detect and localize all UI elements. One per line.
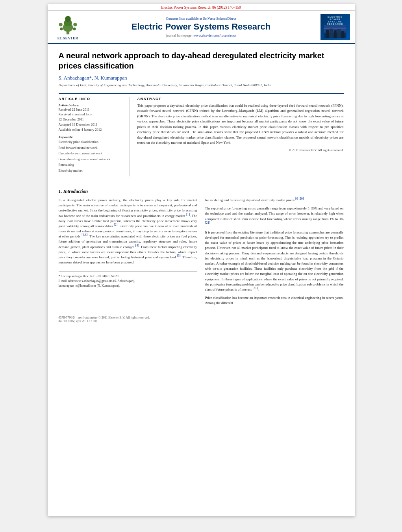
section1-title: 1. Introduction bbox=[59, 189, 344, 195]
body-col-right-text: for modeling and forecasting day-ahead e… bbox=[205, 198, 344, 203]
svg-rect-10 bbox=[326, 30, 329, 38]
keyword-1: Electricity price classification bbox=[59, 139, 124, 145]
keyword-3: Cascade-forward neural network bbox=[59, 150, 124, 156]
abstract-text: This paper proposes a day-ahead electric… bbox=[137, 103, 344, 146]
keyword-4: Generalized regression neural network bbox=[59, 156, 124, 162]
footer-issn: 0378-7796/$ – see front matter © 2011 El… bbox=[59, 316, 344, 319]
body-divider bbox=[59, 183, 344, 183]
ref-21b: [21] bbox=[252, 286, 258, 290]
sciverse-link[interactable]: Contents lists available at SciVerse Sci… bbox=[88, 17, 315, 20]
journal-logo-box: ELECTRIC POWER SYSTEMS RESEARCH bbox=[320, 14, 350, 40]
keywords-group: Keywords: Electricity price classificati… bbox=[59, 135, 124, 173]
elsevier-logo-area: ELSEVIER bbox=[52, 14, 84, 40]
abstract-header: ABSTRACT bbox=[137, 97, 344, 101]
info-section: ARTICLE INFO Article history: Received 2… bbox=[59, 93, 344, 176]
footnote-email1: E-mail addresses: s.anbazhagan@gmr.com (… bbox=[59, 279, 197, 284]
journal-homepage: journal homepage: www.elsevier.com/locat… bbox=[88, 33, 315, 37]
main-content: A neural network approach to day-ahead d… bbox=[48, 44, 355, 331]
col-right: for modeling and forecasting day-ahead e… bbox=[205, 198, 344, 309]
svg-point-4 bbox=[59, 23, 63, 26]
elsevier-logo: ELSEVIER bbox=[52, 14, 84, 40]
keyword-2: Feed forward neural network bbox=[59, 145, 124, 150]
homepage-url[interactable]: www.elsevier.com/locate/epsr bbox=[193, 33, 236, 37]
body-col-right-text-4: Price classification has become an impor… bbox=[205, 295, 344, 306]
col-left: In a de-regulated electric power industr… bbox=[59, 198, 197, 309]
footnote-area: * Corresponding author. Tel.: +91 94861 … bbox=[59, 271, 197, 288]
body-two-col: In a de-regulated electric power industr… bbox=[59, 198, 344, 309]
journal-citation-bar: Electric Power Systems Research 86 (2012… bbox=[48, 4, 355, 11]
available-date: Available online 4 January 2012 bbox=[59, 127, 124, 132]
logo-line1: ELECTRIC POWER bbox=[322, 16, 348, 20]
ref-2: [2] bbox=[114, 223, 117, 226]
svg-point-7 bbox=[73, 28, 76, 30]
accepted-date: Accepted 19 December 2011 bbox=[59, 122, 124, 127]
logo-illustration bbox=[323, 25, 347, 38]
body-col-right-text-2: The reported price forecasting errors ge… bbox=[205, 206, 344, 227]
body-col-left-text: In a de-regulated electric power industr… bbox=[59, 198, 197, 265]
journal-title-area: Contents lists available at SciVerse Sci… bbox=[88, 17, 315, 37]
footer-bar: 0378-7796/$ – see front matter © 2011 El… bbox=[59, 314, 344, 324]
footnote-email2: kumarappan_n@hotmail.com (N. Kumarappan)… bbox=[59, 284, 197, 288]
page: Electric Power Systems Research 86 (2012… bbox=[48, 4, 355, 516]
ref-21: [21] bbox=[205, 221, 210, 224]
keywords-label: Keywords: bbox=[59, 135, 124, 139]
ref-3: [3,6] bbox=[82, 233, 87, 237]
journal-header: ELSEVIER Contents lists available at Sci… bbox=[48, 11, 355, 44]
keyword-5: Forecasting bbox=[59, 162, 124, 167]
svg-rect-14 bbox=[341, 31, 345, 38]
ref-4: [4] bbox=[135, 244, 139, 247]
keywords-list: Electricity price classification Feed fo… bbox=[59, 139, 124, 173]
received-date: Received 22 June 2011 bbox=[59, 107, 124, 112]
authors: S. Anbazhagan*, N. Kumarappan bbox=[59, 75, 344, 81]
svg-point-5 bbox=[73, 23, 77, 26]
footer-doi: doi:10.1016/j.epsr.2011.12.011 bbox=[59, 319, 344, 323]
article-info: ARTICLE INFO Article history: Received 2… bbox=[59, 97, 130, 176]
received-revised-label: Received in revised form bbox=[59, 112, 124, 117]
ref-6-20: [6–20] bbox=[295, 197, 304, 200]
article-title: A neural network approach to day-ahead d… bbox=[59, 50, 344, 71]
homepage-label: journal homepage: bbox=[166, 33, 193, 37]
journal-citation: Electric Power Systems Research 86 (2012… bbox=[161, 6, 241, 9]
journal-title: Electric Power Systems Research bbox=[88, 22, 315, 32]
history-label: Article history: bbox=[59, 103, 124, 107]
elsevier-label: ELSEVIER bbox=[57, 36, 79, 40]
svg-point-6 bbox=[60, 28, 63, 30]
article-info-header: ARTICLE INFO bbox=[59, 97, 124, 101]
affiliation: Department of EEE, Faculty of Engineerin… bbox=[59, 83, 344, 88]
history-group: Article history: Received 22 June 2011 R… bbox=[59, 103, 124, 132]
footnote-corresponding: * Corresponding author. Tel.: +91 94861 … bbox=[59, 274, 197, 279]
journal-logo-area: ELECTRIC POWER SYSTEMS RESEARCH bbox=[319, 14, 350, 40]
received-revised-date: 12 December 2011 bbox=[59, 117, 124, 122]
ref-5: [5] bbox=[177, 254, 180, 258]
keyword-6: Electricity market bbox=[59, 168, 124, 173]
svg-rect-12 bbox=[334, 30, 337, 38]
ref-1: [1] bbox=[186, 213, 190, 216]
svg-point-3 bbox=[65, 16, 71, 22]
sciverse-text: Contents lists available at SciVerse Sci… bbox=[166, 17, 236, 20]
copyright: © 2011 Elsevier B.V. All rights reserved… bbox=[137, 148, 344, 152]
svg-rect-13 bbox=[337, 29, 341, 38]
abstract-section: ABSTRACT This paper proposes a day-ahead… bbox=[137, 97, 344, 176]
body-col-right-text-3: It is perceived from the existing litera… bbox=[205, 230, 344, 292]
elsevier-tree-icon bbox=[57, 14, 79, 35]
svg-rect-11 bbox=[330, 28, 333, 38]
